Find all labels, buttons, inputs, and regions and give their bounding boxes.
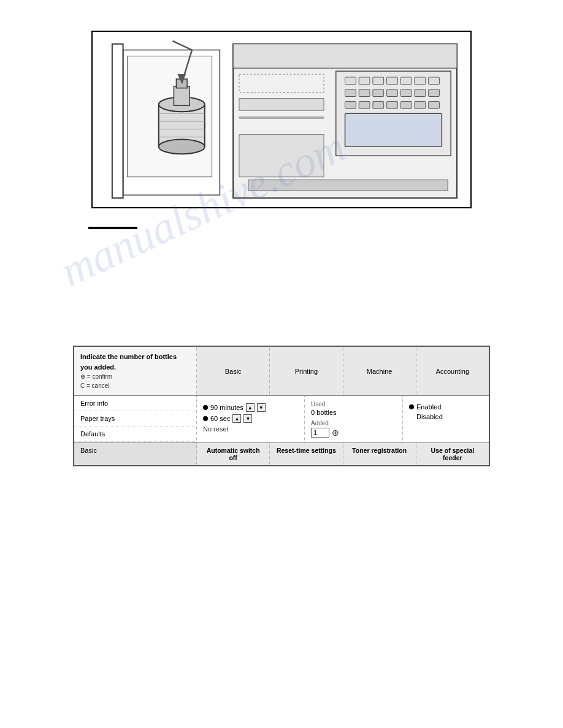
text-paragraph-2 (88, 251, 475, 262)
added-label: Added (311, 420, 396, 427)
bottom-tab-toner-registration[interactable]: Toner registration (343, 443, 416, 465)
svg-rect-37 (359, 101, 370, 108)
svg-rect-45 (239, 98, 324, 110)
tab-printing[interactable]: Printing (270, 347, 343, 395)
svg-rect-28 (429, 77, 440, 85)
svg-rect-27 (415, 77, 426, 85)
machine-illustration (91, 31, 472, 208)
crosshair-button[interactable]: ⊕ (332, 428, 339, 438)
ui-main-content: 90 minutes ▲ ▼ 60 sec ▲ ▼ No reset Used … (197, 396, 489, 442)
svg-rect-14 (174, 86, 190, 106)
ui-header-left: Indicate the number of bottles you added… (74, 347, 197, 395)
enabled-label: Enabled (416, 403, 441, 411)
added-input-row: ⊕ (311, 428, 396, 438)
svg-rect-25 (387, 77, 398, 85)
svg-rect-39 (387, 101, 398, 108)
ui-bottom-left-label: Basic (74, 443, 197, 465)
ui-bottom-tabs-row: Automatic switch off Reset-time settings… (197, 443, 489, 465)
svg-rect-30 (359, 89, 370, 97)
svg-rect-42 (429, 101, 440, 108)
used-value: 0 bottles (311, 409, 396, 416)
text-paragraph-1 (88, 235, 475, 246)
spinner-up-90min[interactable]: ▲ (246, 403, 255, 412)
svg-rect-46 (239, 116, 324, 119)
svg-rect-31 (373, 89, 384, 97)
sidebar-item-paper-trays[interactable]: Paper trays (74, 411, 196, 427)
svg-rect-32 (387, 89, 398, 97)
radio-label-90min: 90 minutes (210, 404, 243, 411)
radio-row-60sec: 60 sec ▲ ▼ (203, 414, 298, 423)
tab-machine[interactable]: Machine (343, 347, 416, 395)
svg-rect-24 (373, 77, 384, 85)
ui-bottom-tabs: Basic Automatic switch off Reset-time se… (74, 443, 489, 465)
ui-center-column: 90 minutes ▲ ▼ 60 sec ▲ ▼ No reset (197, 396, 305, 442)
ui-header-cancel: C = cancel (80, 381, 190, 390)
tab-basic[interactable]: Basic (197, 347, 270, 395)
svg-rect-48 (248, 180, 448, 191)
ui-content-row: Error info Paper trays Defaults 90 minut… (74, 396, 489, 443)
ui-tabs: Basic Printing Machine Accounting (197, 347, 489, 395)
sidebar-item-defaults[interactable]: Defaults (74, 427, 196, 442)
spinner-down-90min[interactable]: ▼ (257, 403, 266, 412)
added-input-field[interactable] (311, 428, 329, 438)
ui-header-confirm: ⊕ = confirm (80, 372, 190, 381)
svg-rect-47 (239, 135, 324, 177)
svg-rect-40 (400, 101, 412, 108)
svg-rect-22 (345, 77, 356, 85)
radio-row-90min: 90 minutes ▲ ▼ (203, 403, 298, 412)
radio-label-60sec: 60 sec (210, 415, 230, 422)
radio-dot-enabled (409, 404, 414, 409)
disabled-label: Disabled (416, 413, 483, 420)
radio-row-enabled: Enabled (409, 403, 483, 411)
svg-rect-41 (415, 101, 426, 108)
svg-rect-35 (429, 89, 440, 97)
used-label: Used (311, 401, 396, 408)
sidebar-item-error-info[interactable]: Error info (74, 396, 196, 411)
svg-point-9 (159, 140, 205, 154)
ui-sidebar: Error info Paper trays Defaults (74, 396, 197, 442)
ui-right-column: Used 0 bottles Added ⊕ (305, 396, 403, 442)
svg-rect-33 (400, 89, 412, 97)
text-content-area (82, 227, 481, 327)
ui-header-title: Indicate the number of bottles you added… (80, 352, 190, 372)
spinner-up-60sec[interactable]: ▲ (232, 414, 241, 423)
text-paragraph-4 (88, 284, 475, 295)
svg-rect-20 (233, 44, 457, 68)
radio-dot-90min (203, 405, 208, 410)
svg-rect-34 (415, 89, 426, 97)
bottom-tab-automatic-switch-off[interactable]: Automatic switch off (197, 443, 270, 465)
text-paragraph-3 (88, 268, 475, 279)
text-paragraph-6 (88, 316, 475, 327)
bottom-tab-use-of-special-feeder[interactable]: Use of special feeder (416, 443, 489, 465)
bottom-tab-reset-time-settings[interactable]: Reset-time settings (270, 443, 343, 465)
ui-far-right-column: Enabled Disabled (403, 396, 489, 442)
svg-rect-38 (373, 101, 384, 108)
ui-panel-header-row: Indicate the number of bottles you added… (74, 347, 489, 396)
svg-rect-36 (345, 101, 356, 108)
svg-rect-26 (400, 77, 412, 85)
text-paragraph-5 (88, 300, 475, 311)
section-divider (88, 227, 137, 229)
radio-dot-60sec (203, 416, 208, 421)
svg-rect-29 (345, 89, 356, 97)
spinner-down-60sec[interactable]: ▼ (243, 414, 252, 423)
ui-panel: Indicate the number of bottles you added… (73, 346, 490, 466)
svg-rect-23 (359, 77, 370, 85)
tab-accounting[interactable]: Accounting (416, 347, 489, 395)
svg-rect-43 (345, 113, 442, 146)
no-reset-label: No reset (203, 425, 298, 433)
